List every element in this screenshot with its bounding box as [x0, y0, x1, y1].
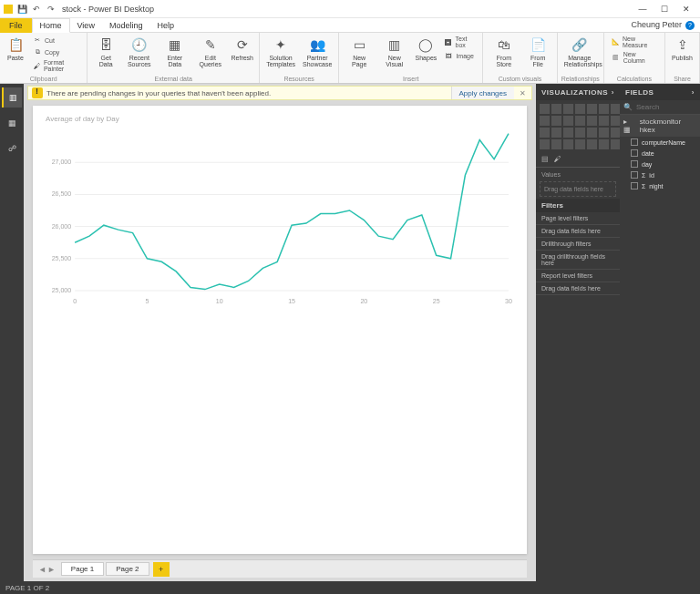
page-tab-1[interactable]: Page 1 — [61, 562, 104, 576]
viz-type-15[interactable] — [551, 128, 561, 138]
apply-changes-button[interactable]: Apply changes — [451, 87, 514, 99]
svg-text:30: 30 — [505, 298, 512, 304]
line-chart[interactable]: Average of day by Day 25,00025,50026,000… — [42, 113, 518, 323]
viz-type-1[interactable] — [551, 104, 561, 114]
field-day[interactable]: day — [620, 159, 700, 169]
values-label: Values — [536, 168, 620, 179]
undo-icon[interactable]: ↶ — [31, 4, 42, 15]
get-data-button[interactable]: 🗄Get Data — [91, 35, 120, 69]
report-filters-label: Report level filters — [536, 270, 620, 282]
new-measure-button[interactable]: 📐New Measure — [610, 35, 661, 49]
data-view-button[interactable]: ▦ — [2, 113, 22, 133]
viz-type-9[interactable] — [563, 116, 573, 126]
enter-data-button[interactable]: ▦Enter Data — [158, 35, 191, 69]
values-dropzone[interactable]: Drag data fields here — [540, 181, 616, 197]
field-date[interactable]: date — [620, 148, 700, 159]
new-page-button[interactable]: ▭New Page — [343, 35, 376, 69]
from-store-button[interactable]: 🛍From Store — [487, 35, 520, 69]
viz-type-0[interactable] — [540, 104, 550, 114]
close-button[interactable]: ✕ — [676, 2, 696, 16]
cut-button[interactable]: ✂Cut — [31, 35, 83, 46]
page-prev[interactable]: ◄ — [38, 565, 46, 574]
svg-text:26,500: 26,500 — [52, 190, 72, 197]
new-visual-button[interactable]: ▥New Visual — [377, 35, 411, 69]
report-canvas[interactable]: Average of day by Day 25,00025,50026,000… — [33, 106, 527, 554]
page-filters-drop[interactable]: Drag data fields here — [536, 225, 620, 238]
refresh-button[interactable]: ⟳Refresh — [229, 35, 255, 63]
chevron-right-icon[interactable]: › — [692, 88, 695, 97]
viz-type-4[interactable] — [587, 104, 597, 114]
status-bar: PAGE 1 OF 2 — [0, 581, 700, 594]
chevron-right-icon[interactable]: › — [612, 88, 614, 97]
tab-help[interactable]: Help — [149, 18, 181, 33]
solution-templates-button[interactable]: ✦Solution Templates — [263, 35, 298, 69]
viz-type-23[interactable] — [563, 139, 573, 149]
maximize-button[interactable]: ☐ — [654, 2, 674, 16]
viz-type-26[interactable] — [599, 139, 609, 149]
table-node[interactable]: ▸ ▦stockmonitor hkex — [620, 115, 700, 137]
viz-type-8[interactable] — [551, 116, 561, 126]
format-painter-button[interactable]: 🖌Format Painter — [31, 58, 83, 73]
search-input[interactable] — [636, 103, 700, 111]
warning-close-button[interactable]: ✕ — [514, 89, 531, 97]
model-view-button[interactable]: ☍ — [2, 138, 22, 159]
viz-type-22[interactable] — [551, 139, 561, 149]
add-page-button[interactable]: + — [153, 562, 170, 577]
partner-showcase-button[interactable]: 👥Partner Showcase — [300, 35, 335, 69]
drill-filters-drop[interactable]: Drag drillthrough fields here — [536, 251, 620, 270]
viz-type-19[interactable] — [599, 128, 609, 138]
manage-relationships-button[interactable]: 🔗Manage Relationships — [561, 35, 598, 69]
viz-gallery[interactable] — [536, 100, 620, 153]
redo-icon[interactable]: ↷ — [46, 4, 57, 15]
format-well-icon[interactable]: 🖌 — [554, 155, 561, 163]
app-icon — [4, 5, 13, 14]
group-clipboard: Clipboard — [4, 75, 83, 83]
viz-type-7[interactable] — [540, 116, 550, 126]
tab-home[interactable]: Home — [32, 18, 70, 33]
recent-sources-button[interactable]: 🕘Recent Sources — [122, 35, 156, 69]
viz-type-25[interactable] — [587, 139, 597, 149]
viz-type-2[interactable] — [563, 104, 573, 114]
paste-button[interactable]: 📋Paste — [4, 35, 27, 63]
viz-type-21[interactable] — [540, 139, 550, 149]
page-next[interactable]: ► — [47, 565, 56, 574]
viz-type-11[interactable] — [587, 116, 597, 126]
viz-type-14[interactable] — [540, 128, 550, 138]
minimize-button[interactable]: — — [633, 2, 653, 16]
field-computerName[interactable]: computerName — [620, 137, 700, 148]
shapes-button[interactable]: ◯Shapes — [413, 35, 438, 63]
viz-type-3[interactable] — [575, 104, 585, 114]
svg-text:20: 20 — [360, 298, 367, 304]
viz-type-16[interactable] — [563, 128, 573, 138]
page-tab-2[interactable]: Page 2 — [106, 562, 149, 576]
textbox-button[interactable]: 🅰Text box — [442, 35, 479, 49]
field-id[interactable]: Σid — [620, 169, 700, 180]
publish-button[interactable]: ⇪Publish — [669, 35, 695, 63]
viz-type-17[interactable] — [575, 128, 585, 138]
svg-text:10: 10 — [216, 298, 223, 304]
help-icon[interactable]: ? — [685, 21, 695, 30]
field-night[interactable]: Σnight — [620, 180, 700, 191]
image-button[interactable]: 🖼Image — [442, 50, 479, 61]
user-label[interactable]: Cheung Peter? — [631, 20, 695, 30]
viz-type-24[interactable] — [575, 139, 585, 149]
copy-button[interactable]: ⧉Copy — [31, 46, 83, 57]
viz-type-10[interactable] — [575, 116, 585, 126]
viz-type-18[interactable] — [587, 128, 597, 138]
report-filters-drop[interactable]: Drag data fields here — [536, 282, 620, 295]
file-menu[interactable]: File — [0, 18, 32, 33]
viz-type-12[interactable] — [599, 116, 609, 126]
tab-modeling[interactable]: Modeling — [102, 18, 150, 33]
tab-view[interactable]: View — [70, 18, 102, 33]
group-custom: Custom visuals — [487, 75, 553, 83]
edit-queries-button[interactable]: ✎Edit Queries — [193, 35, 227, 69]
from-file-button[interactable]: 📄From File — [523, 35, 553, 69]
report-view-button[interactable]: ▥ — [2, 87, 22, 108]
svg-text:26,000: 26,000 — [52, 223, 72, 230]
viz-header: Visualizations — [541, 88, 608, 97]
fields-well-icon[interactable]: ▤ — [541, 155, 549, 163]
save-icon[interactable]: 💾 — [16, 4, 27, 15]
viz-type-5[interactable] — [599, 104, 609, 114]
group-resources: Resources — [263, 75, 335, 83]
new-column-button[interactable]: ▥New Column — [610, 50, 661, 65]
